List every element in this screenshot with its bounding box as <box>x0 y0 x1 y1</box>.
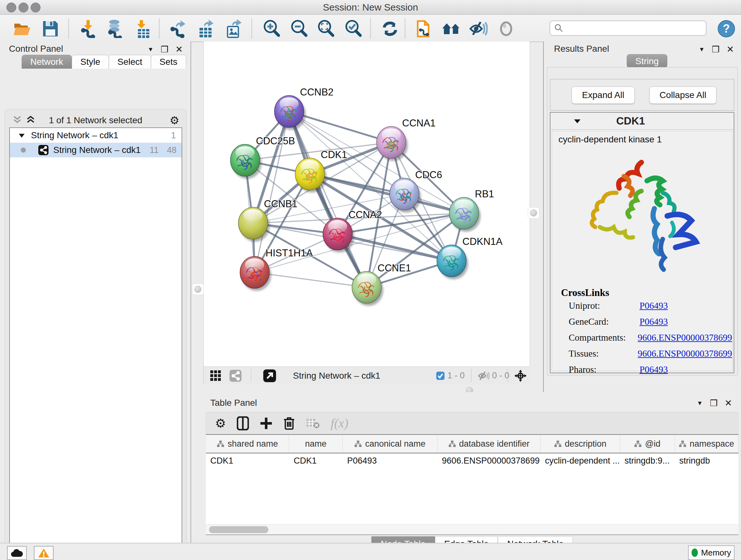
goto-network-button[interactable] <box>263 367 276 384</box>
crosslink-link[interactable]: 9606.ENSP00000378699 <box>637 348 732 359</box>
hide-selected-button[interactable] <box>468 19 488 38</box>
column-header-label: shared name <box>227 439 278 449</box>
delete-table-icon-disabled <box>306 418 320 429</box>
cloud-status-button[interactable] <box>7 546 27 560</box>
table-horizontal-scrollbar[interactable] <box>206 524 738 535</box>
network-options-gear-icon[interactable]: ⚙ <box>170 114 179 127</box>
column-header-name[interactable]: name <box>289 435 343 453</box>
column-header-label: description <box>565 439 607 449</box>
tree-expander-icon[interactable] <box>18 132 25 138</box>
cloud-icon <box>10 549 23 557</box>
column-header-shared-name[interactable]: shared name <box>206 435 289 453</box>
table-cell[interactable]: 9606.ENSP00000378699 <box>437 453 541 468</box>
column-tree-icon <box>217 440 224 448</box>
column-header-database-identifier[interactable]: database identifier <box>437 435 541 453</box>
table-cell[interactable]: CDK1 <box>206 453 289 468</box>
network-canvas[interactable]: CCNB2CCNA1CDC25BCDK1CDC6RB1CCNB1CCNA2CDK… <box>203 42 530 367</box>
export-network-button[interactable] <box>169 19 188 38</box>
panel-close-icon[interactable]: ✕ <box>176 44 183 55</box>
panel-menu-icon[interactable]: ▼ <box>697 400 703 407</box>
right-splitter-handle[interactable] <box>528 207 539 219</box>
table-row[interactable]: CDK1CDK1P064939606.ENSP00000378699cyclin… <box>206 453 738 468</box>
column-tree-icon <box>634 440 642 448</box>
left-splitter-handle[interactable] <box>192 284 204 295</box>
control-panel-tab-select[interactable]: Select <box>109 55 151 69</box>
network-edge-CCNB2-CCNE1[interactable] <box>289 111 367 287</box>
section-expander-icon[interactable] <box>574 118 581 124</box>
home-button[interactable] <box>442 19 461 38</box>
help-button[interactable]: ? <box>717 19 736 38</box>
panel-float-icon[interactable]: ❒ <box>710 398 718 408</box>
crosslink-link[interactable]: P06493 <box>639 300 668 311</box>
search-field-container <box>549 20 706 36</box>
zoom-fit-button[interactable] <box>317 19 336 38</box>
network-node-CCNE1[interactable]: CCNE1 <box>352 262 411 306</box>
network-node-CCNB2[interactable]: CCNB2 <box>274 86 333 130</box>
column-header--id[interactable]: @id <box>620 435 675 453</box>
control-panel-tab-network[interactable]: Network <box>22 55 72 69</box>
export-table-button[interactable] <box>196 19 215 38</box>
table-cell[interactable]: cyclin-dependent ... <box>541 453 620 468</box>
scrollbar-thumb[interactable] <box>209 526 268 533</box>
add-column-icon[interactable] <box>260 417 273 430</box>
toolbar-separator <box>405 18 405 38</box>
status-bar: Memory <box>0 543 741 560</box>
show-all-button[interactable] <box>496 19 516 38</box>
pan-mode-button[interactable] <box>514 367 527 384</box>
table-settings-gear-icon[interactable]: ⚙ <box>215 416 226 430</box>
export-image-button[interactable] <box>223 19 243 38</box>
crosslink-link[interactable]: P06493 <box>639 364 668 375</box>
zoom-selected-button[interactable] <box>344 19 363 38</box>
import-network-file-button[interactable] <box>78 19 98 38</box>
network-overview-button[interactable] <box>229 367 242 384</box>
table-cell[interactable]: CDK1 <box>289 453 343 468</box>
network-node-CCNA1[interactable]: CCNA1 <box>377 118 435 161</box>
birds-eye-toggle-button[interactable] <box>210 367 221 384</box>
expand-all-button[interactable]: Expand All <box>571 86 635 104</box>
control-panel-tab-style[interactable]: Style <box>72 55 109 69</box>
control-panel-tab-sets[interactable]: Sets <box>151 55 186 69</box>
checkbox-icon <box>436 371 445 380</box>
network-edge-HIST1H1A-CCNE1[interactable] <box>255 272 367 287</box>
open-session-button[interactable] <box>13 19 32 38</box>
column-header-canonical-name[interactable]: canonical name <box>343 435 437 453</box>
gene-entry-header[interactable]: CDK1 <box>550 113 734 130</box>
collapse-all-button[interactable]: Collapse All <box>650 86 717 104</box>
import-table-file-button[interactable] <box>133 19 152 38</box>
delete-column-trash-icon[interactable] <box>283 416 295 430</box>
hidden-items-indicator[interactable]: 0 - 0 <box>477 367 509 384</box>
network-node-CDC25B[interactable]: CDC25B <box>230 135 295 179</box>
search-input[interactable] <box>563 23 702 34</box>
zoom-in-button[interactable] <box>262 19 281 38</box>
panel-float-icon[interactable]: ❒ <box>712 44 719 55</box>
table-cell[interactable]: P06493 <box>343 453 437 468</box>
memory-button[interactable]: Memory <box>688 545 735 560</box>
column-header-namespace[interactable]: namespace <box>675 435 738 453</box>
panel-close-icon[interactable]: ✕ <box>727 44 734 55</box>
selected-nodes-indicator[interactable]: 1 - 0 <box>436 367 465 384</box>
network-row-selected[interactable]: String Network – cdk1 11 48 <box>10 143 182 158</box>
results-tab-string[interactable]: String <box>627 54 667 68</box>
network-node-RB1[interactable]: RB1 <box>449 188 494 232</box>
panel-float-icon[interactable]: ❒ <box>160 44 168 55</box>
crosslink-link[interactable]: 9606.ENSP00000378699 <box>637 332 732 343</box>
column-header-description[interactable]: description <box>541 435 620 453</box>
crosslink-link[interactable]: P06493 <box>639 316 668 327</box>
network-node-HIST1H1A[interactable]: HIST1H1A <box>240 247 313 291</box>
warnings-button[interactable] <box>34 546 54 560</box>
network-collection-row[interactable]: String Network – cdk1 1 <box>10 128 182 143</box>
show-columns-icon[interactable] <box>237 416 249 430</box>
table-cell[interactable]: stringdb <box>675 453 738 468</box>
network-view-toolbar: String Network – cdk1 1 - 0 0 - 0 <box>203 367 530 384</box>
panel-menu-icon[interactable]: ▼ <box>699 46 705 53</box>
table-cell[interactable]: stringdb:9... <box>620 453 675 468</box>
network-node-CCNB1[interactable]: CCNB1 <box>239 198 297 242</box>
zoom-out-button[interactable] <box>290 19 309 38</box>
save-session-button[interactable] <box>41 19 60 38</box>
panel-close-icon[interactable]: ✕ <box>725 398 732 408</box>
open-session-url-button[interactable] <box>414 19 433 38</box>
import-network-database-button[interactable] <box>105 19 125 38</box>
network-node-CDKN1A[interactable]: CDKN1A <box>437 236 502 279</box>
refresh-button[interactable] <box>381 19 400 38</box>
panel-menu-icon[interactable]: ▼ <box>148 46 154 53</box>
